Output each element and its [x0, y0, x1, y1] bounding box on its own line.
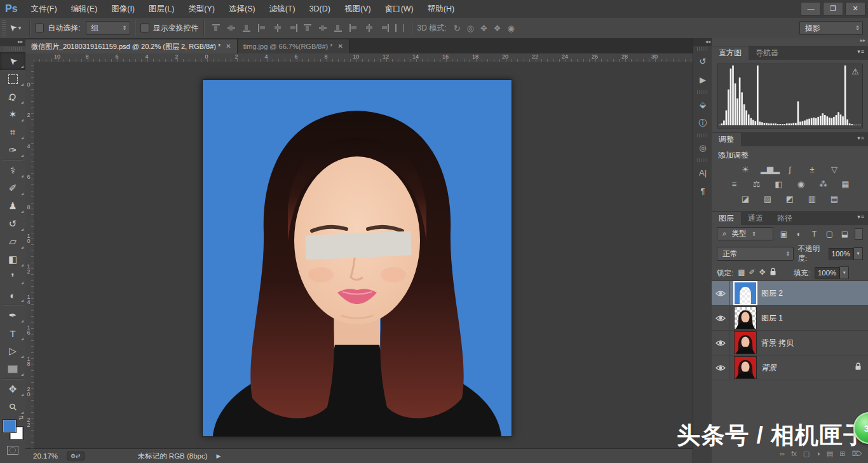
move-tool[interactable]: ➤: [0, 52, 25, 70]
filter-smart-object-icon[interactable]: ⬓: [839, 230, 850, 238]
spot-healing-brush-tool[interactable]: ⚕: [0, 162, 25, 179]
menu-item[interactable]: 窗口(W): [378, 0, 421, 18]
swap-colors-icon[interactable]: ⇄: [18, 415, 24, 421]
canvas-viewport[interactable]: [34, 62, 693, 448]
brightness-contrast-icon[interactable]: ☀: [738, 165, 752, 174]
3d-roll-icon[interactable]: ◎: [467, 24, 474, 33]
distribute-spacing-icon[interactable]: [395, 24, 404, 32]
menu-item[interactable]: 类型(Y): [181, 0, 222, 18]
3d-orbit-icon[interactable]: ↻: [454, 24, 461, 33]
screen-mode-button[interactable]: [0, 459, 25, 463]
dock-collapse[interactable]: ◂◂: [693, 38, 712, 46]
menu-item[interactable]: 图像(I): [104, 0, 142, 18]
canvas-image[interactable]: [202, 79, 512, 437]
threshold-icon[interactable]: ◩: [783, 194, 797, 204]
zoom-level-field[interactable]: 20.17%: [33, 452, 58, 460]
channel-mixer-icon[interactable]: ⁂: [817, 179, 831, 189]
hue-saturation-icon[interactable]: ≡: [728, 179, 742, 189]
crop-tool[interactable]: ⌗: [0, 123, 25, 141]
actions-panel-icon[interactable]: ▶: [693, 71, 712, 89]
layer-visibility-toggle[interactable]: [712, 306, 729, 330]
layer-thumbnail[interactable]: [735, 332, 756, 354]
black-white-icon[interactable]: ◧: [772, 179, 786, 189]
character-panel-icon[interactable]: A|: [693, 163, 712, 182]
dodge-tool[interactable]: ◐: [0, 286, 25, 304]
layer-row[interactable]: 背景 拷贝: [712, 331, 868, 356]
distribute-bottom-icon[interactable]: [334, 24, 343, 32]
layer-thumbnail[interactable]: [735, 307, 756, 329]
lock-transparency-icon[interactable]: ▩: [738, 268, 745, 278]
pen-tool[interactable]: ✒: [0, 307, 25, 324]
align-left-icon[interactable]: [258, 24, 267, 32]
exposure-icon[interactable]: ±: [805, 165, 819, 174]
tab-histogram[interactable]: 直方图: [712, 46, 749, 60]
layer-thumbnail[interactable]: [735, 357, 756, 378]
vibrance-icon[interactable]: ▽: [827, 165, 841, 174]
filter-type-icon[interactable]: T: [808, 230, 820, 238]
align-v-center-icon[interactable]: [227, 24, 236, 32]
status-widget-icon[interactable]: ⚙⇄: [67, 452, 85, 460]
filter-toggle[interactable]: [855, 228, 863, 240]
layer-row[interactable]: 背景: [712, 356, 868, 380]
align-right-icon[interactable]: [288, 24, 297, 32]
menu-item[interactable]: 编辑(E): [64, 0, 105, 18]
close-button[interactable]: ✕: [845, 2, 865, 16]
lasso-tool[interactable]: Ω: [0, 88, 25, 106]
align-top-icon[interactable]: [212, 24, 221, 32]
selective-color-icon[interactable]: ▤: [827, 194, 841, 204]
hand-tool[interactable]: ✥: [0, 380, 25, 398]
zoom-tool[interactable]: ⚲: [0, 398, 25, 416]
path-selection-tool[interactable]: ▷: [0, 342, 25, 360]
tab-layers[interactable]: 图层: [712, 212, 741, 225]
tab-adjustments[interactable]: 调整: [712, 133, 741, 146]
type-tool[interactable]: T: [0, 324, 25, 342]
distribute-top-icon[interactable]: [304, 24, 313, 32]
materials-panel-icon[interactable]: ⬙: [693, 95, 712, 114]
adjustments-panel-menu-icon[interactable]: ▾≡: [857, 135, 865, 141]
status-menu-arrow-icon[interactable]: ▶: [217, 453, 221, 459]
lock-all-icon[interactable]: [770, 268, 776, 278]
3d-pan-icon[interactable]: ✥: [480, 24, 487, 33]
tab-paths[interactable]: 路径: [770, 212, 799, 225]
clone-source-panel-icon[interactable]: ◎: [693, 139, 712, 157]
distribute-left-icon[interactable]: [349, 24, 358, 32]
foreground-color-swatch[interactable]: [3, 420, 16, 432]
align-bottom-icon[interactable]: [243, 24, 252, 32]
layer-visibility-toggle[interactable]: [712, 281, 729, 305]
fill-field[interactable]: 100% ▾: [815, 267, 849, 279]
distribute-h-center-icon[interactable]: [365, 24, 374, 32]
3d-slide-icon[interactable]: ❖: [494, 24, 501, 33]
toolbar-collapse[interactable]: ▸▸: [0, 38, 25, 46]
filter-adjustment-icon[interactable]: ◐: [793, 230, 804, 238]
blend-mode-dropdown[interactable]: 正常 ⇕: [717, 247, 794, 261]
magic-wand-tool[interactable]: ✶: [0, 106, 25, 123]
filter-type-dropdown[interactable]: ⌕ 类型 ⇕: [717, 227, 773, 240]
document-tab-1[interactable]: 微信图片_20180319161159.psd @ 20.2% (图层 2, R…: [25, 39, 238, 53]
history-brush-tool[interactable]: ↺: [0, 215, 25, 233]
lock-pixels-icon[interactable]: ✐: [749, 268, 756, 278]
menu-item[interactable]: 帮助(H): [421, 0, 461, 18]
history-panel-icon[interactable]: ↺: [693, 52, 712, 71]
gradient-tool[interactable]: ◧: [0, 251, 25, 268]
fill-dropdown-icon[interactable]: ▾: [839, 266, 849, 279]
auto-select-checkbox[interactable]: [35, 24, 44, 32]
workspace-dropdown[interactable]: 摄影 ⇕: [799, 21, 863, 35]
menu-item[interactable]: 选择(S): [222, 0, 262, 18]
distribute-right-icon[interactable]: [380, 24, 389, 32]
ruler-corner[interactable]: [25, 53, 34, 62]
clone-stamp-tool[interactable]: ♟: [0, 197, 25, 215]
layer-row[interactable]: 图层 2: [712, 281, 868, 306]
info-panel-icon[interactable]: ⓘ: [693, 114, 712, 132]
levels-icon[interactable]: ▂▆▂: [761, 165, 775, 174]
tool-preset-arrow-icon[interactable]: ▾: [18, 25, 22, 31]
distribute-v-center-icon[interactable]: [319, 24, 328, 32]
menu-item[interactable]: 滤镜(T): [262, 0, 302, 18]
tab-close-icon[interactable]: ✕: [338, 39, 343, 53]
brush-tool[interactable]: ✐: [0, 179, 25, 197]
align-h-center-icon[interactable]: [273, 24, 282, 32]
options-grip[interactable]: [2, 20, 6, 36]
auto-select-dropdown[interactable]: 组 ⇕: [86, 21, 130, 35]
menu-item[interactable]: 图层(L): [142, 0, 181, 18]
shape-tool[interactable]: [0, 360, 25, 378]
curves-icon[interactable]: ʃ: [783, 165, 797, 174]
